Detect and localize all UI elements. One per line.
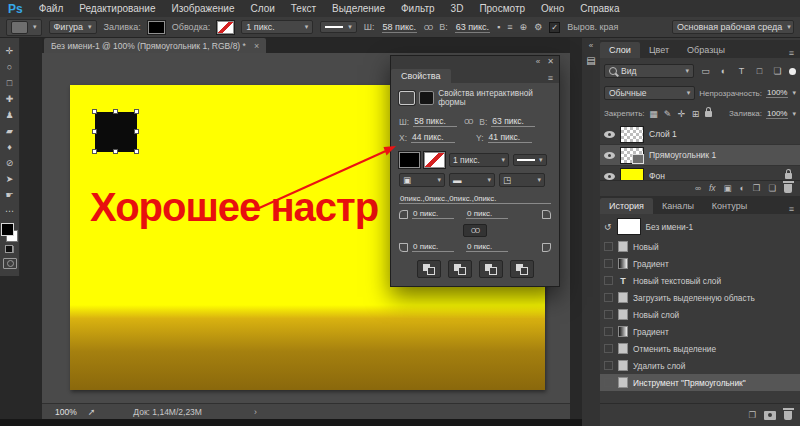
- healing-brush-tool[interactable]: ✚: [2, 91, 18, 106]
- menu-file[interactable]: Файл: [31, 3, 72, 14]
- live-shape-icon[interactable]: [399, 91, 415, 105]
- default-colors-icon[interactable]: [5, 245, 14, 253]
- transform-handle[interactable]: [113, 149, 118, 154]
- stroke-width-select[interactable]: 1 пикс. ▾: [241, 20, 313, 34]
- tool-preset-picker[interactable]: ▾: [6, 19, 42, 36]
- workspace-select[interactable]: Основная рабочая среда ▾: [672, 20, 794, 34]
- transform-handle[interactable]: [92, 149, 97, 154]
- tool-mode-select[interactable]: Фигура ▾: [49, 20, 97, 34]
- filter-adjustment-layers-icon[interactable]: ◐: [717, 66, 730, 76]
- path-arrangement-button[interactable]: ⊕: [520, 22, 528, 32]
- x-field[interactable]: 44 пикс.: [411, 132, 455, 143]
- hand-tool[interactable]: ☛: [2, 187, 18, 202]
- layer-row[interactable]: Слой 1: [600, 124, 800, 145]
- fill-swatch[interactable]: [148, 21, 165, 34]
- collapse-panel-icon[interactable]: «: [536, 57, 540, 66]
- radius-top-left-field[interactable]: 0 пикс.: [412, 209, 454, 219]
- gear-icon[interactable]: ⚙: [534, 22, 542, 32]
- tab-color[interactable]: Цвет: [640, 42, 678, 58]
- history-item[interactable]: Новый слой: [600, 306, 800, 323]
- path-alignment-button[interactable]: ≡: [507, 22, 512, 32]
- width-field[interactable]: 58 пикс.: [413, 116, 457, 127]
- lock-transparent-icon[interactable]: ▦: [649, 109, 659, 119]
- visibility-eye-icon[interactable]: [604, 173, 615, 180]
- history-item-selected[interactable]: Инструмент "Прямоугольник": [600, 374, 800, 391]
- status-chevron-icon[interactable]: ›: [254, 407, 257, 417]
- path-selection-tool[interactable]: ➤: [2, 171, 18, 186]
- transform-handle[interactable]: [92, 109, 97, 114]
- blur-tool[interactable]: ♦: [2, 139, 18, 154]
- group-folder-icon[interactable]: ❒: [753, 183, 761, 193]
- stroke-swatch[interactable]: [217, 21, 234, 34]
- tab-paths[interactable]: Контуры: [703, 198, 756, 214]
- annotation-text-layer[interactable]: Хорошее настр: [90, 185, 390, 233]
- tab-properties[interactable]: Свойства: [391, 69, 451, 83]
- menu-window[interactable]: Окно: [533, 3, 572, 14]
- delete-layer-icon[interactable]: [784, 184, 792, 193]
- new-document-from-state-icon[interactable]: ❐: [748, 410, 756, 420]
- link-corner-radii-button[interactable]: ОО: [463, 224, 487, 237]
- shape-stroke-swatch[interactable]: [424, 152, 445, 168]
- crop-tool[interactable]: □: [2, 75, 18, 90]
- menu-help[interactable]: Справка: [572, 3, 627, 14]
- snapshot-thumbnail[interactable]: [617, 218, 641, 235]
- document-tab[interactable]: Без имени-1 @ 100% (Прямоугольник 1, RGB…: [44, 38, 266, 53]
- new-layer-icon[interactable]: ❏: [768, 183, 776, 193]
- layer-row-selected[interactable]: Прямоугольник 1: [600, 145, 800, 166]
- tab-swatches[interactable]: Образцы: [678, 42, 734, 58]
- transform-handle[interactable]: [113, 109, 118, 114]
- history-item[interactable]: Градиент: [600, 323, 800, 340]
- history-brush-icon[interactable]: ↺: [604, 222, 612, 232]
- pathfinder-intersect-button[interactable]: [479, 260, 503, 278]
- radius-bottom-right-field[interactable]: 0 пикс.: [466, 242, 508, 252]
- tab-channels[interactable]: Каналы: [653, 198, 703, 214]
- stroke-type-select[interactable]: ▾: [320, 21, 357, 33]
- layer-thumbnail[interactable]: [620, 126, 644, 143]
- stroke-corners-select[interactable]: ◳ ▾: [499, 173, 545, 187]
- fill-field[interactable]: 100%: [766, 109, 788, 119]
- menu-filter[interactable]: Фильтр: [393, 3, 443, 14]
- quick-mask-icon[interactable]: [3, 258, 17, 269]
- close-icon[interactable]: ×: [254, 41, 259, 51]
- pathfinder-exclude-button[interactable]: [510, 260, 534, 278]
- layer-thumbnail[interactable]: [620, 147, 644, 164]
- layer-effects-icon[interactable]: fx: [709, 183, 716, 193]
- eraser-tool[interactable]: ▰: [2, 123, 18, 138]
- adjustment-layer-icon[interactable]: ◐: [740, 183, 745, 193]
- layer-filter-toggle[interactable]: [789, 68, 796, 75]
- move-tool[interactable]: ✛: [2, 43, 18, 58]
- zoom-level-field[interactable]: 100%: [54, 407, 78, 417]
- menu-edit[interactable]: Редактирование: [71, 3, 163, 14]
- lock-artboard-icon[interactable]: ⊞: [691, 109, 701, 119]
- blend-mode-select[interactable]: Обычные ▾: [604, 86, 695, 100]
- menu-3d[interactable]: 3D: [443, 3, 472, 14]
- filter-smart-objects-icon[interactable]: ❏: [771, 66, 784, 76]
- stroke-width-select[interactable]: 1 пикс. ▾: [449, 153, 509, 167]
- path-operations-button[interactable]: ▪: [497, 22, 500, 32]
- history-snapshot-row[interactable]: ↺ Без имени-1: [600, 216, 800, 237]
- link-dimensions-icon[interactable]: ОО: [424, 24, 432, 31]
- menu-view[interactable]: Просмотр: [471, 3, 533, 14]
- shape-width-field[interactable]: 58 пикс.: [382, 22, 417, 33]
- history-item[interactable]: Загрузить выделенную область: [600, 289, 800, 306]
- new-snapshot-icon[interactable]: [764, 411, 776, 420]
- menu-layers[interactable]: Слои: [242, 3, 282, 14]
- link-layers-icon[interactable]: ∞: [695, 183, 701, 193]
- dock-panel-icon[interactable]: ▤: [586, 55, 595, 66]
- dodge-tool[interactable]: ⊘: [2, 155, 18, 170]
- visibility-eye-icon[interactable]: [604, 131, 615, 138]
- close-icon[interactable]: ✕: [547, 57, 554, 66]
- clone-stamp-tool[interactable]: ♟: [2, 107, 18, 122]
- export-icon[interactable]: ➚: [88, 407, 96, 417]
- height-field[interactable]: 63 пикс.: [491, 116, 535, 127]
- history-item[interactable]: Новый: [600, 238, 800, 255]
- align-edges-checkbox[interactable]: ✓: [549, 22, 560, 33]
- lock-position-icon[interactable]: ✛: [677, 109, 687, 119]
- tab-layers[interactable]: Слои: [600, 42, 640, 58]
- foreground-color-swatch[interactable]: [1, 223, 14, 236]
- history-item[interactable]: T Новый текстовый слой: [600, 272, 800, 289]
- filter-shape-layers-icon[interactable]: □: [753, 66, 766, 76]
- transform-handle[interactable]: [134, 149, 139, 154]
- tab-history[interactable]: История: [600, 198, 653, 214]
- radius-top-right-field[interactable]: 0 пикс.: [466, 209, 508, 219]
